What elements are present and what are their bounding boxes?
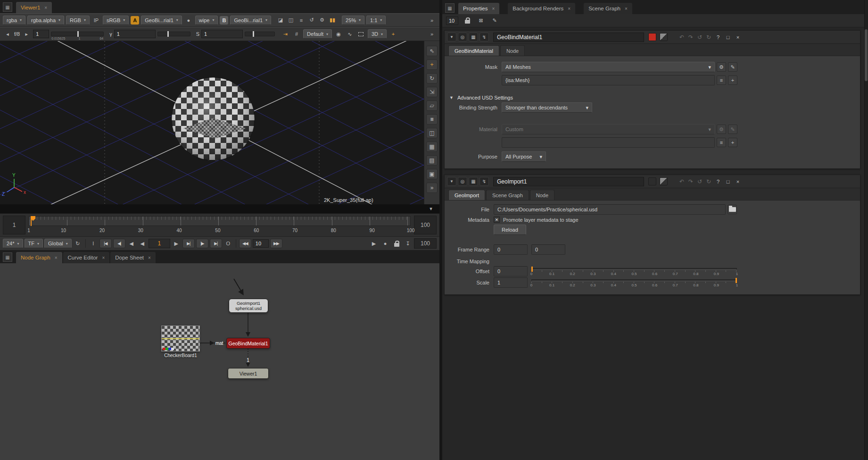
center-node-icon[interactable]: ◎ bbox=[458, 33, 467, 42]
gizmo-icon[interactable]: + bbox=[389, 29, 398, 39]
nodegraph-icon[interactable]: ▦ bbox=[469, 177, 478, 186]
clear-panels-icon[interactable]: ⊠ bbox=[476, 16, 486, 25]
layout-grid-icon[interactable]: ▦ bbox=[426, 142, 438, 152]
wipe-split-icon[interactable]: ◪ bbox=[276, 16, 285, 25]
node-geobindmaterial1[interactable]: GeoBindMaterial1 bbox=[226, 338, 270, 349]
binding-strength-dropdown[interactable]: Stronger than descendants ▾ bbox=[502, 102, 592, 113]
pause-icon[interactable]: ▮▮ bbox=[328, 16, 337, 25]
node-geoimport1[interactable]: GeoImport1 spherical.usd bbox=[229, 299, 268, 313]
play-button[interactable]: ▶ bbox=[172, 239, 181, 248]
wave-icon[interactable]: ∿ bbox=[345, 29, 355, 39]
step-back-button[interactable]: ◀ bbox=[127, 239, 136, 248]
tab-node[interactable]: Node bbox=[500, 45, 525, 56]
refresh-icon[interactable]: ↺ bbox=[307, 16, 316, 25]
in-point-button[interactable]: I bbox=[89, 239, 98, 248]
loop-mode-icon[interactable]: ↻ bbox=[73, 239, 83, 248]
close-icon[interactable]: × bbox=[44, 5, 47, 10]
toolbar-overflow-chevron-icon[interactable]: » bbox=[427, 16, 437, 25]
material-pencil-icon[interactable]: ✎ bbox=[728, 125, 737, 134]
saturation-input[interactable]: 1 bbox=[201, 30, 243, 38]
layout-2up-icon[interactable]: ◫ bbox=[426, 128, 438, 138]
playhead[interactable] bbox=[31, 216, 32, 226]
close-icon[interactable]: × bbox=[492, 6, 495, 11]
revert-icon[interactable]: ↺ bbox=[696, 34, 703, 41]
range-out-box[interactable]: 100 bbox=[414, 216, 437, 234]
3d-viewport[interactable]: Y x Z 2K_Super_35(full-ap) bbox=[0, 41, 424, 204]
gamma-input[interactable]: 1 bbox=[114, 30, 156, 38]
node-graph[interactable]: mat 1 GeoImport1 spherical.usd Checke bbox=[0, 263, 439, 460]
node-color-swatch[interactable] bbox=[648, 177, 656, 185]
input-a-dropdown[interactable]: GeoBi...rial1▾ bbox=[141, 16, 182, 25]
file-path-field[interactable]: C:/Users/Documents/Practice/spherical.us… bbox=[494, 204, 726, 215]
render-settings-gear-icon[interactable]: ⚙ bbox=[317, 16, 327, 25]
gamma-slider[interactable] bbox=[157, 32, 190, 36]
end-frame-box[interactable]: 100 bbox=[414, 238, 437, 249]
material-path-field[interactable] bbox=[502, 137, 715, 148]
translate-icon[interactable]: + bbox=[426, 59, 438, 70]
properties-scrollbar[interactable] bbox=[864, 0, 868, 460]
undo-icon[interactable]: ↶ bbox=[678, 34, 686, 41]
gain-input[interactable]: 1 bbox=[33, 30, 49, 38]
step-forward-button[interactable]: ▶| bbox=[182, 239, 195, 248]
edit-pencil-icon[interactable]: ✎ bbox=[490, 16, 499, 25]
checkerboard-thumbnail[interactable] bbox=[161, 326, 200, 351]
mask-gear-icon[interactable]: ⚙ bbox=[717, 62, 726, 72]
center-node-icon[interactable]: ◎ bbox=[458, 177, 467, 186]
mask-dropdown[interactable]: All Meshes ▾ bbox=[502, 62, 715, 72]
wipe-color-swatch[interactable] bbox=[660, 33, 668, 41]
tab-dope-sheet[interactable]: Dope Sheet × bbox=[110, 252, 156, 263]
input-a-badge[interactable]: A bbox=[131, 16, 139, 25]
frame-range-start-field[interactable]: 0 bbox=[494, 244, 528, 255]
reload-icon[interactable]: ↻ bbox=[705, 34, 712, 41]
close-icon[interactable]: × bbox=[148, 255, 151, 260]
redo-icon[interactable]: ↷ bbox=[687, 34, 694, 41]
max-panels-field[interactable]: 10 bbox=[446, 17, 458, 25]
prev-keyframe-button[interactable]: ◀| bbox=[113, 239, 125, 248]
alpha-channel-dropdown[interactable]: rgba.alpha▾ bbox=[27, 16, 64, 25]
timeline-track-wrap[interactable]: 1102030405060708090100 bbox=[29, 216, 411, 234]
timeline-track[interactable] bbox=[29, 216, 411, 226]
mask-pencil-icon[interactable]: ✎ bbox=[728, 62, 737, 72]
material-gear-icon[interactable]: ⚙ bbox=[717, 125, 726, 134]
tab-geoimport[interactable]: GeoImport bbox=[448, 190, 485, 200]
save-cache-icon[interactable]: ↧ bbox=[403, 239, 413, 248]
node-color-swatch[interactable] bbox=[648, 33, 656, 41]
close-icon[interactable]: × bbox=[568, 6, 570, 11]
file-browse-icon[interactable] bbox=[727, 205, 737, 214]
range-scope-dropdown[interactable]: Global▾ bbox=[44, 239, 72, 248]
next-keyframe-button[interactable]: |▶ bbox=[196, 239, 208, 248]
tab-viewer1[interactable]: Viewer1 × bbox=[16, 2, 52, 13]
input-process-toggle[interactable]: IP bbox=[91, 16, 101, 25]
view-mode-3d-dropdown[interactable]: 3D▾ bbox=[368, 29, 387, 39]
skew-icon[interactable]: ▱ bbox=[426, 100, 438, 111]
channels-list-icon[interactable]: ≡ bbox=[297, 16, 306, 25]
tab-geobindmaterial[interactable]: GeoBindMaterial bbox=[448, 45, 499, 56]
stack-icon[interactable]: ◫ bbox=[286, 16, 296, 25]
input-b-dropdown[interactable]: GeoBi...rial1▾ bbox=[230, 16, 271, 25]
mask-expression-field[interactable]: {isa:Mesh} bbox=[502, 75, 715, 85]
proxy-dropdown[interactable]: 1:1▾ bbox=[366, 16, 386, 25]
more-tools-chevron-icon[interactable]: » bbox=[426, 183, 438, 193]
float-panel-icon[interactable]: □ bbox=[724, 34, 732, 40]
aperture-next-icon[interactable]: ▸ bbox=[22, 29, 31, 39]
display-channel-dropdown[interactable]: RGB▾ bbox=[66, 16, 90, 25]
jump-increment-field[interactable]: 10 bbox=[253, 239, 269, 248]
camera-icon[interactable]: ◉ bbox=[334, 29, 343, 39]
collapse-panel-icon[interactable]: ▼ bbox=[447, 177, 456, 186]
fps-dropdown[interactable]: 24*▾ bbox=[3, 239, 23, 248]
close-panel-icon[interactable]: × bbox=[734, 34, 742, 40]
offset-field[interactable]: 0 bbox=[494, 266, 528, 276]
undo-icon[interactable]: ↶ bbox=[678, 178, 686, 185]
expression-target-icon[interactable]: + bbox=[728, 75, 737, 85]
render-indicator-icon[interactable]: ● bbox=[380, 239, 390, 248]
reload-button[interactable]: Reload bbox=[494, 225, 526, 235]
advanced-usd-settings-section[interactable]: ▼ Advanced USD Settings bbox=[447, 95, 857, 100]
tab-node-graph[interactable]: Node Graph × bbox=[16, 252, 62, 263]
toolbar2-overflow-chevron-icon[interactable]: » bbox=[427, 29, 437, 39]
layout-over-icon[interactable]: ▤ bbox=[426, 155, 438, 166]
jump-back-button[interactable]: ◀◀ bbox=[239, 239, 251, 248]
help-icon[interactable]: ? bbox=[714, 34, 722, 40]
goto-end-button[interactable]: ▶| bbox=[210, 239, 222, 248]
out-point-button[interactable]: O bbox=[223, 239, 233, 248]
saturation-slider[interactable] bbox=[245, 32, 275, 36]
